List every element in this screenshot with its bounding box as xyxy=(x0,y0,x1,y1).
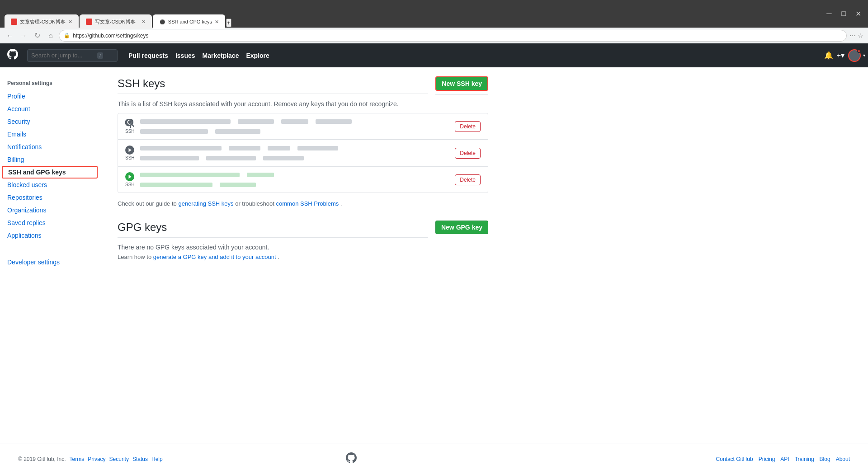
key-icon-2: SSH xyxy=(125,146,135,160)
footer-api-link[interactable]: API xyxy=(780,456,789,462)
sidebar-item-applications[interactable]: Applications xyxy=(0,229,99,242)
key-blur-2a xyxy=(140,146,222,150)
sidebar-item-billing[interactable]: Billing xyxy=(0,153,99,166)
gpg-no-keys-text: There are no GPG keys associated with yo… xyxy=(118,244,488,251)
footer-about-link[interactable]: About xyxy=(836,456,850,462)
content-area: SSH keys New SSH key This is a list of S… xyxy=(99,67,506,443)
forward-button[interactable]: → xyxy=(18,30,29,41)
sidebar-item-notifications[interactable]: Notifications xyxy=(0,141,99,153)
key-blur-3b xyxy=(247,173,274,177)
tab-close-csdn2[interactable]: ✕ xyxy=(142,19,146,25)
delete-key-2-button[interactable]: Delete xyxy=(455,148,481,159)
footer-contact-github-link[interactable]: Contact GitHub xyxy=(716,456,753,462)
github-search[interactable]: / xyxy=(27,49,118,62)
sidebar-item-account[interactable]: Account xyxy=(0,103,99,115)
lock-icon: 🔒 xyxy=(64,33,70,38)
key-type-1: SSH xyxy=(125,129,135,134)
footer-right-links: Contact GitHub Pricing API Training Blog… xyxy=(716,456,850,462)
new-gpg-key-button[interactable]: New GPG key xyxy=(435,221,488,234)
pull-requests-link[interactable]: Pull requests xyxy=(128,52,168,59)
tab-close-csdn1[interactable]: ✕ xyxy=(68,19,72,25)
key-icon-1: SSH xyxy=(125,119,135,134)
ssh-description: This is a list of SSH keys associated wi… xyxy=(118,100,488,108)
settings-sidebar: Personal settings Profile Account Securi… xyxy=(0,67,99,443)
marketplace-link[interactable]: Marketplace xyxy=(203,52,239,59)
issues-link[interactable]: Issues xyxy=(175,52,195,59)
key-blur-1f xyxy=(215,129,260,134)
notifications-bell[interactable]: 🔔 xyxy=(824,51,833,60)
user-avatar[interactable] xyxy=(848,49,861,62)
tab-close-github[interactable]: ✕ xyxy=(215,19,219,25)
key-row-2b xyxy=(140,156,450,160)
ssh-keys-section: SSH keys New SSH key This is a list of S… xyxy=(118,76,488,207)
new-ssh-btn-wrap: New SSH key xyxy=(435,76,488,95)
refresh-button[interactable]: ↻ xyxy=(32,30,42,41)
sidebar-item-profile[interactable]: Profile xyxy=(0,90,99,103)
gpg-section-header: GPG keys New GPG key xyxy=(118,221,488,238)
footer-github-logo xyxy=(346,452,357,465)
sidebar-item-security[interactable]: Security xyxy=(0,115,99,128)
sidebar-item-ssh-gpg[interactable]: SSH and GPG keys xyxy=(2,166,98,179)
bookmark-button[interactable]: ☆ xyxy=(858,32,863,39)
generating-ssh-keys-link[interactable]: generating SSH keys xyxy=(178,200,233,207)
tab-csdn-2[interactable]: 写文章-CSDN博客 ✕ xyxy=(80,14,152,29)
minimize-button[interactable]: ─ xyxy=(824,8,835,19)
home-button[interactable]: ⌂ xyxy=(45,30,56,41)
key-blur-3d xyxy=(220,183,256,187)
new-tab-button[interactable]: + xyxy=(226,19,231,27)
gpg-learn-end: . xyxy=(278,254,279,260)
key-blur-3c xyxy=(140,183,212,187)
gpg-generate-link[interactable]: generate a GPG key and add it to your ac… xyxy=(153,254,276,260)
key-blur-1a xyxy=(140,119,231,124)
github-logo[interactable] xyxy=(7,49,18,62)
footer-blog-link[interactable]: Blog xyxy=(820,456,830,462)
key-row-1b xyxy=(140,129,450,134)
footer-status-link[interactable]: Status xyxy=(132,456,148,462)
key-row-3b xyxy=(140,183,450,187)
footer-help-link[interactable]: Help xyxy=(151,456,163,462)
github-nav: / Pull requests Issues Marketplace Explo… xyxy=(0,43,868,67)
footer-left: © 2019 GitHub, Inc. Terms Privacy Securi… xyxy=(18,456,163,462)
key-type-2: SSH xyxy=(125,155,135,160)
browser-tabs: 文章管理-CSDN博客 ✕ 写文章-CSDN博客 ✕ ⚫ SSH and GPG… xyxy=(5,0,231,27)
delete-key-3-button[interactable]: Delete xyxy=(455,174,481,185)
close-window-button[interactable]: ✕ xyxy=(853,8,863,19)
key-blur-2d xyxy=(297,146,338,150)
ssh-key-item-3: SSH Delete xyxy=(118,166,488,193)
footer-privacy-link[interactable]: Privacy xyxy=(88,456,105,462)
key-row-2a xyxy=(140,146,450,150)
sidebar-item-emails[interactable]: Emails xyxy=(0,128,99,141)
maximize-button[interactable]: □ xyxy=(838,8,849,19)
footer-security-link[interactable]: Security xyxy=(109,456,129,462)
footer-pricing-link[interactable]: Pricing xyxy=(759,456,775,462)
key-details-3 xyxy=(140,173,450,187)
tab-label-csdn2: 写文章-CSDN博客 xyxy=(95,19,136,25)
url-text: https://github.com/settings/keys xyxy=(73,33,148,39)
sidebar-item-saved-replies[interactable]: Saved replies xyxy=(0,216,99,229)
address-bar[interactable]: 🔒 https://github.com/settings/keys xyxy=(59,30,847,42)
tab-csdn-1[interactable]: 文章管理-CSDN博客 ✕ xyxy=(5,14,79,29)
common-ssh-problems-link[interactable]: common SSH Problems xyxy=(276,200,339,207)
tab-github[interactable]: ⚫ SSH and GPG keys ✕ xyxy=(153,14,225,29)
sidebar-section-title: Personal settings xyxy=(0,76,99,90)
new-item-button[interactable]: +▾ xyxy=(837,51,844,60)
sidebar-item-developer-settings[interactable]: Developer settings xyxy=(0,256,99,268)
back-button[interactable]: ← xyxy=(5,30,15,41)
gpg-keys-section: GPG keys New GPG key There are no GPG ke… xyxy=(118,221,488,260)
key-blur-2f xyxy=(206,156,256,160)
ssh-section-header: SSH keys New SSH key xyxy=(118,76,488,95)
key-blur-1c xyxy=(281,119,308,124)
footer-training-link[interactable]: Training xyxy=(795,456,814,462)
key-blur-1b xyxy=(238,119,274,124)
key-details-2 xyxy=(140,146,450,160)
footer-terms-link[interactable]: Terms xyxy=(70,456,85,462)
key-blur-2g xyxy=(263,156,304,160)
sidebar-item-organizations[interactable]: Organizations xyxy=(0,204,99,216)
delete-key-1-button[interactable]: Delete xyxy=(455,121,481,132)
new-ssh-key-button[interactable]: New SSH key xyxy=(435,76,488,91)
sidebar-item-repositories[interactable]: Repositories xyxy=(0,191,99,204)
search-input[interactable] xyxy=(31,52,94,59)
sidebar-item-blocked-users[interactable]: Blocked users xyxy=(0,179,99,191)
extensions-button[interactable]: ⋯ xyxy=(849,32,856,39)
explore-link[interactable]: Explore xyxy=(246,52,269,59)
